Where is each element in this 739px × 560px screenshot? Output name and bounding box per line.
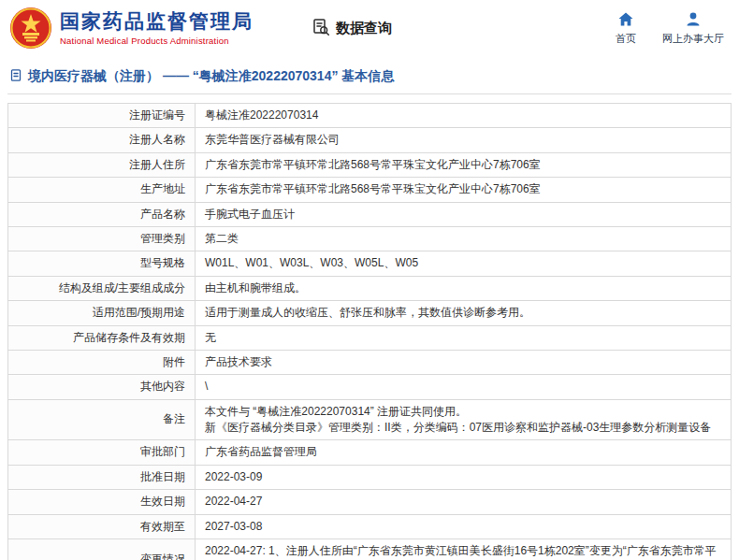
table-row: 其他内容 \	[8, 375, 732, 399]
field-label: 注册证编号	[8, 104, 196, 128]
breadcrumb: 境内医疗器械（注册） —— “粤械注准20222070314” 基本信息	[7, 58, 732, 94]
table-row: 注册证编号 粤械注准20222070314	[8, 104, 732, 128]
field-value: 手腕式电子血压计	[196, 202, 732, 226]
user-icon	[685, 11, 702, 29]
field-value: \	[196, 375, 732, 399]
table-row: 生产地址 广东省东莞市常平镇环常北路568号常平珠宝文化产业中心7栋706室	[8, 178, 732, 202]
table-row: 生效日期 2022-04-27	[8, 490, 732, 514]
field-value: 广东省东莞市常平镇环常北路568号常平珠宝文化产业中心7栋706室	[196, 152, 732, 177]
table-row: 产品名称 手腕式电子血压计	[8, 202, 732, 226]
field-value: W01L、W01、W03L、W03、W05L、W05	[196, 251, 732, 276]
table-row: 结构及组成/主要组成成分 由主机和腕带组成。	[8, 276, 732, 300]
field-label: 管理类别	[8, 226, 196, 251]
data-query-label: 数据查询	[336, 20, 392, 37]
field-label: 其他内容	[8, 375, 196, 399]
home-link[interactable]: 首页	[616, 11, 636, 46]
field-label: 型号规格	[8, 251, 196, 276]
field-label: 产品名称	[8, 202, 196, 226]
table-row: 审批部门 广东省药品监督管理局	[8, 440, 732, 465]
service-hall-link[interactable]: 网上办事大厅	[662, 11, 724, 46]
field-value: 适用于测量成人的收缩压、舒张压和脉率，其数值供诊断参考用。	[196, 301, 732, 325]
field-value: 2022-03-09	[196, 465, 732, 489]
field-value: 产品技术要求	[196, 350, 732, 374]
table-row: 有效期至 2027-03-08	[8, 514, 732, 538]
header-right-nav: 首页 网上办事大厅	[616, 11, 728, 46]
site-title: 国家药品监督管理局	[60, 10, 254, 33]
field-value: 广东省药品监督管理局	[196, 440, 732, 465]
field-label: 注册人名称	[8, 128, 196, 152]
home-icon	[617, 11, 634, 29]
field-label: 产品储存条件及有效期	[8, 325, 196, 350]
table-row: 变更情况 2022-04-27: 1、注册人住所由“广东省东莞市黄江镇田美长盛街…	[8, 539, 732, 560]
service-hall-label: 网上办事大厅	[662, 32, 724, 46]
field-value: 无	[196, 325, 732, 350]
field-label: 有效期至	[8, 514, 196, 538]
doc-magnifier-icon	[312, 18, 330, 39]
table-row: 批准日期 2022-03-09	[8, 465, 732, 489]
field-label: 结构及组成/主要组成成分	[8, 276, 196, 300]
field-label: 备注	[8, 399, 196, 440]
field-label: 生效日期	[8, 490, 196, 514]
document-icon	[9, 68, 22, 85]
site-header: 国家药品监督管理局 National Medical Products Admi…	[0, 0, 739, 58]
field-value: 广东省东莞市常平镇环常北路568号常平珠宝文化产业中心7栋706室	[196, 178, 732, 202]
breadcrumb-text: 境内医疗器械（注册） —— “粤械注准20222070314” 基本信息	[28, 68, 394, 85]
brand-text: 国家药品监督管理局 National Medical Products Admi…	[60, 10, 254, 45]
field-value: 粤械注准20222070314	[196, 104, 732, 128]
table-row: 型号规格 W01L、W01、W03L、W03、W05L、W05	[8, 251, 732, 276]
field-value: 由主机和腕带组成。	[196, 276, 732, 300]
field-value: 2027-03-08	[196, 514, 732, 538]
table-row: 备注 本文件与 “粤械注准20222070314” 注册证共同使用。 新《医疗器…	[8, 399, 732, 440]
registration-info-table: 注册证编号 粤械注准20222070314 注册人名称 东莞华普医疗器械有限公司…	[7, 103, 732, 560]
field-label: 审批部门	[8, 440, 196, 465]
home-label: 首页	[616, 32, 636, 46]
field-value: 2022-04-27: 1、注册人住所由“广东省东莞市黄江镇田美长盛街16号1栋…	[196, 539, 732, 560]
table-row: 附件 产品技术要求	[8, 350, 732, 374]
table-row: 管理类别 第二类	[8, 226, 732, 251]
table-row: 注册人名称 东莞华普医疗器械有限公司	[8, 128, 732, 152]
table-row: 适用范围/预期用途 适用于测量成人的收缩压、舒张压和脉率，其数值供诊断参考用。	[8, 301, 732, 325]
field-label: 适用范围/预期用途	[8, 301, 196, 325]
main-content: 境内医疗器械（注册） —— “粤械注准20222070314” 基本信息 注册证…	[0, 58, 739, 560]
field-label: 生产地址	[8, 178, 196, 202]
field-value: 东莞华普医疗器械有限公司	[196, 128, 732, 152]
site-subtitle: National Medical Products Administration	[60, 36, 254, 46]
national-emblem-icon	[9, 7, 52, 50]
nav-data-query[interactable]: 数据查询	[312, 18, 392, 39]
field-label: 变更情况	[8, 539, 196, 560]
field-value: 本文件与 “粤械注准20222070314” 注册证共同使用。 新《医疗器械分类…	[196, 399, 732, 440]
field-value: 第二类	[196, 226, 732, 251]
field-value: 2022-04-27	[196, 490, 732, 514]
field-label: 批准日期	[8, 465, 196, 489]
field-label: 附件	[8, 350, 196, 374]
field-label: 注册人住所	[8, 152, 196, 177]
brand[interactable]: 国家药品监督管理局 National Medical Products Admi…	[9, 7, 254, 50]
table-row: 注册人住所 广东省东莞市常平镇环常北路568号常平珠宝文化产业中心7栋706室	[8, 152, 732, 177]
table-row: 产品储存条件及有效期 无	[8, 325, 732, 350]
